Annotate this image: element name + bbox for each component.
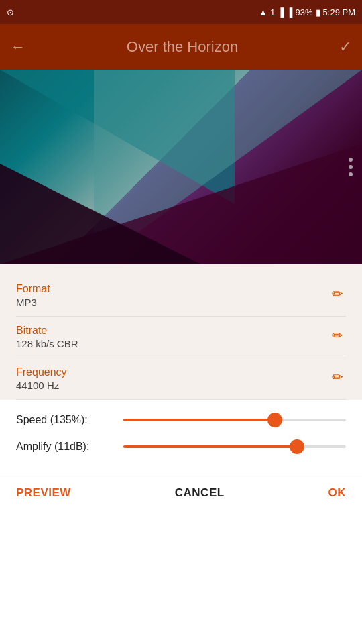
- more-options-button[interactable]: [349, 158, 353, 176]
- dot2: [349, 165, 353, 169]
- album-art-background: [0, 70, 362, 264]
- battery-icon: ▮: [316, 7, 320, 17]
- app-bar: Over the Horizon: [0, 24, 362, 70]
- frequency-edit-button[interactable]: [329, 366, 346, 388]
- frequency-info: Frequency 44100 Hz: [16, 366, 329, 391]
- bitrate-edit-button[interactable]: [329, 325, 346, 346]
- amplify-slider-thumb[interactable]: [290, 439, 304, 454]
- frequency-label: Frequency: [16, 366, 329, 378]
- signal2-icon: ▐: [286, 7, 292, 17]
- format-label: Format: [16, 283, 329, 295]
- format-row: Format MP3: [16, 275, 346, 317]
- speed-label: Speed (135%):: [16, 414, 123, 426]
- controls-panel: Speed (135%): Amplify (11dB):: [0, 400, 362, 474]
- action-bar: PREVIEW CANCEL OK: [0, 474, 362, 519]
- back-button[interactable]: [11, 38, 25, 56]
- frequency-value: 44100 Hz: [16, 380, 329, 391]
- frequency-row: Frequency 44100 Hz: [16, 358, 346, 400]
- notification-icon: ⊙: [7, 7, 14, 17]
- bitrate-label: Bitrate: [16, 325, 329, 337]
- speed-slider-thumb[interactable]: [267, 413, 282, 427]
- confirm-button[interactable]: [339, 38, 351, 56]
- clock: 5:29 PM: [323, 7, 355, 17]
- page-title: Over the Horizon: [25, 38, 339, 56]
- signal-icon: ▐: [278, 7, 284, 17]
- status-left: ⊙: [7, 7, 14, 17]
- cancel-button[interactable]: CANCEL: [167, 481, 233, 505]
- speed-slider-fill: [123, 419, 275, 421]
- album-art: [0, 70, 362, 264]
- wifi-icon: ▲: [259, 7, 267, 17]
- format-edit-button[interactable]: [329, 283, 346, 305]
- speed-slider-container: [123, 413, 346, 427]
- amplify-control-row: Amplify (11dB):: [16, 440, 346, 453]
- dot3: [349, 172, 353, 176]
- amplify-slider-container: [123, 440, 346, 453]
- format-value: MP3: [16, 297, 329, 308]
- bitrate-info: Bitrate 128 kb/s CBR: [16, 325, 329, 350]
- amplify-slider-track: [123, 445, 346, 448]
- preview-button[interactable]: PREVIEW: [16, 481, 71, 505]
- sim-icon: 1: [270, 7, 275, 17]
- bitrate-row: Bitrate 128 kb/s CBR: [16, 317, 346, 358]
- amplify-slider-fill: [123, 445, 297, 448]
- speed-control-row: Speed (135%):: [16, 413, 346, 427]
- speed-slider-track: [123, 419, 346, 421]
- settings-panel: Format MP3 Bitrate 128 kb/s CBR Frequenc…: [0, 264, 362, 400]
- format-info: Format MP3: [16, 283, 329, 308]
- status-bar: ⊙ ▲ 1 ▐ ▐ 93% ▮ 5:29 PM: [0, 0, 362, 24]
- overlay: [0, 70, 362, 264]
- amplify-label: Amplify (11dB):: [16, 441, 123, 453]
- battery-percent: 93%: [296, 7, 313, 17]
- dot1: [349, 158, 353, 162]
- ok-button[interactable]: OK: [328, 481, 347, 505]
- bitrate-value: 128 kb/s CBR: [16, 338, 329, 350]
- status-right: ▲ 1 ▐ ▐ 93% ▮ 5:29 PM: [259, 7, 355, 17]
